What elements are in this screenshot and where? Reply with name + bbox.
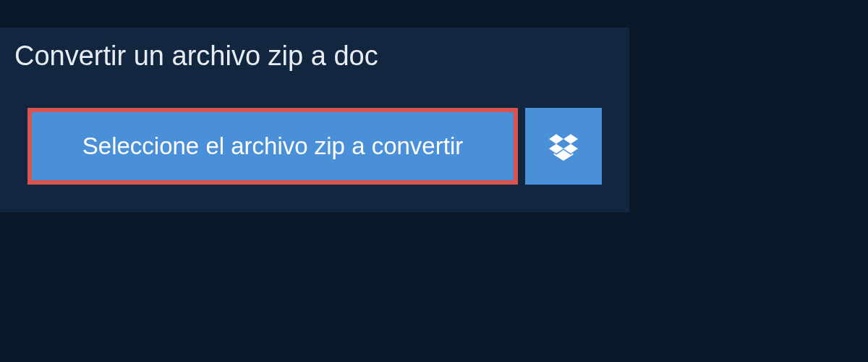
button-area: Seleccione el archivo zip a convertir <box>0 85 629 212</box>
dropbox-button[interactable] <box>525 108 602 185</box>
converter-panel: Convertir un archivo zip a doc Seleccion… <box>0 28 629 212</box>
dropbox-icon <box>549 132 578 161</box>
select-file-label: Seleccione el archivo zip a convertir <box>82 132 463 160</box>
select-file-button[interactable]: Seleccione el archivo zip a convertir <box>27 108 518 185</box>
page-title: Convertir un archivo zip a doc <box>0 28 396 85</box>
